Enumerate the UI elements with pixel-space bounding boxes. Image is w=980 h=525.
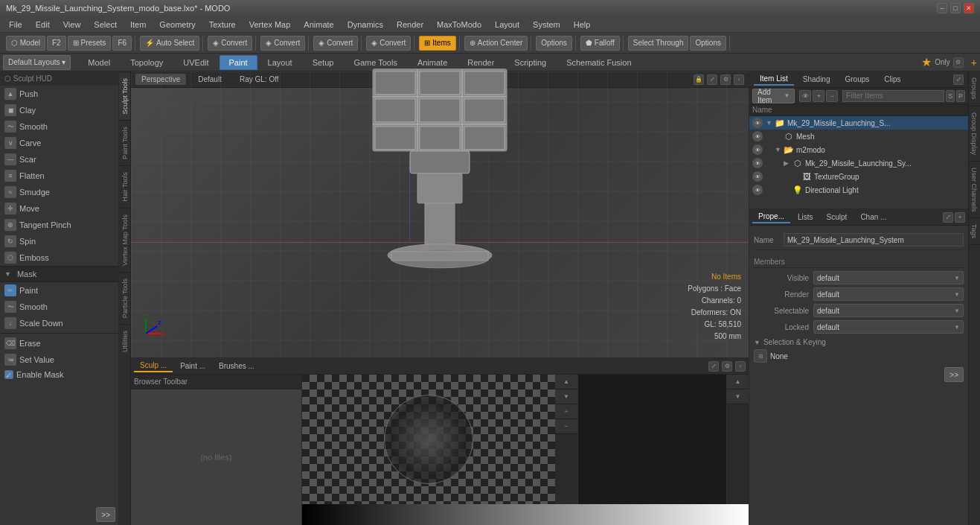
side-tab-vertex-map-tools[interactable]: Vertex Map Tools xyxy=(119,208,130,272)
tool-enable-mask[interactable]: ✓ Enable Mask xyxy=(0,368,118,381)
menu-item-geometry[interactable]: Geometry xyxy=(153,19,201,31)
menu-item-view[interactable]: View xyxy=(57,19,87,31)
menu-item-edit[interactable]: Edit xyxy=(30,19,56,31)
expand-button[interactable]: >> xyxy=(96,507,115,522)
menu-item-system[interactable]: System xyxy=(527,19,566,31)
tab-uvedit[interactable]: UVEdit xyxy=(173,55,218,70)
convert-button-4[interactable]: ◈ Convert xyxy=(366,36,411,51)
item-list-expand-button[interactable]: ⤢ xyxy=(953,74,964,85)
expand-mk29[interactable]: ▶ xyxy=(784,159,792,167)
tab-model[interactable]: Model xyxy=(78,55,120,70)
tool-spin[interactable]: ↻ Spin xyxy=(0,233,118,249)
visibility-icon-4[interactable]: 👁 xyxy=(752,171,763,182)
side-tab-particle-tools[interactable]: Particle Tools xyxy=(119,272,130,324)
menu-item-vertex-map[interactable]: Vertex Map xyxy=(243,19,297,31)
visibility-icon-2[interactable]: 👁 xyxy=(752,144,763,155)
item-list-add-button[interactable]: + xyxy=(813,90,824,102)
layout-settings-button[interactable]: ⚙ xyxy=(953,57,964,68)
tool-flatten[interactable]: ≡ Flatten xyxy=(0,168,118,184)
tool-emboss[interactable]: ⬡ Emboss xyxy=(0,249,118,266)
bottom-more-button[interactable]: › xyxy=(735,361,746,372)
tab-topology[interactable]: Topology xyxy=(121,55,173,70)
panel-tab-item-list[interactable]: Item List xyxy=(754,73,794,86)
tool-move[interactable]: ✛ Move xyxy=(0,200,118,217)
far-tab-user-channels[interactable]: User Channels xyxy=(969,162,980,219)
bottom-tab-sculpt[interactable]: Sculp ... xyxy=(134,360,173,372)
texture-btn-4[interactable]: − xyxy=(555,419,577,434)
tree-row-scene[interactable]: 👁 ▼ 📁 Mk_29_Missile_Launching_S... xyxy=(749,116,968,130)
locked-dropdown[interactable]: default ▼ xyxy=(813,320,964,334)
action-center-button[interactable]: ⊕ Action Center xyxy=(464,36,528,51)
minimize-button[interactable]: – xyxy=(937,3,947,13)
falloff-button[interactable]: ⬟ Falloff xyxy=(580,36,620,51)
far-tab-group-display[interactable]: Group Display xyxy=(969,106,980,162)
f6-btn[interactable]: F6 xyxy=(112,36,132,51)
props-add-button[interactable]: + xyxy=(955,212,965,223)
tool-paint[interactable]: ✏ Paint xyxy=(0,282,118,299)
props-tab-properties[interactable]: Prope... xyxy=(752,211,790,223)
tool-tangent-pinch[interactable]: ⊕ Tangent Pinch xyxy=(0,217,118,233)
bottom-tab-paint[interactable]: Paint ... xyxy=(174,360,211,372)
tool-scale-down[interactable]: ↓ Scale Down xyxy=(0,315,118,331)
tool-erase[interactable]: ⌫ Erase xyxy=(0,335,118,351)
tree-row-m2modo[interactable]: 👁 ▼ 📂 m2modo xyxy=(749,143,968,156)
far-tab-tags[interactable]: Tags xyxy=(969,218,980,245)
side-tab-sculpt-tools[interactable]: Sculpt Tools xyxy=(119,71,130,120)
menu-item-layout[interactable]: Layout xyxy=(489,19,525,31)
props-expand-button[interactable]: ⤢ xyxy=(943,212,953,223)
close-button[interactable]: ✕ xyxy=(964,3,974,13)
side-tab-paint-tools[interactable]: Paint Tools xyxy=(119,120,130,165)
menu-item-select[interactable]: Select xyxy=(88,19,123,31)
panel-tab-shading[interactable]: Shading xyxy=(797,74,836,85)
selectable-dropdown[interactable]: default ▼ xyxy=(813,304,964,317)
auto-select-button[interactable]: ⚡ Auto Select xyxy=(140,36,199,51)
tree-row-light[interactable]: 👁 💡 Directional Light xyxy=(749,183,968,197)
convert-button-1[interactable]: ◈ Convert xyxy=(208,36,252,51)
props-expand-btn[interactable]: >> xyxy=(944,367,964,382)
tool-scar[interactable]: — Scar xyxy=(0,151,118,168)
sort-desc-button[interactable]: P xyxy=(956,90,965,102)
maximize-button[interactable]: □ xyxy=(950,3,961,13)
menu-item-maxtomodo[interactable]: MaxToModo xyxy=(431,19,487,31)
tool-carve[interactable]: ∨ Carve xyxy=(0,135,118,151)
panel-tab-groups[interactable]: Groups xyxy=(839,74,876,85)
menu-item-texture[interactable]: Texture xyxy=(203,19,242,31)
render-dropdown[interactable]: default ▼ xyxy=(813,287,964,301)
props-tab-sculpt[interactable]: Sculpt xyxy=(821,211,854,223)
far-tab-groups[interactable]: Groups xyxy=(969,71,980,106)
visibility-icon-1[interactable]: 👁 xyxy=(752,131,763,141)
tool-clay[interactable]: ◼ Clay xyxy=(0,102,118,118)
tool-set-value[interactable]: ≔ Set Value xyxy=(0,351,118,368)
sort-asc-button[interactable]: S xyxy=(946,90,955,102)
enable-mask-checkbox[interactable]: ✓ xyxy=(4,370,13,379)
props-name-input[interactable] xyxy=(784,233,964,246)
tab-layout[interactable]: Layout xyxy=(258,55,302,70)
brush-btn-2[interactable]: ▼ xyxy=(727,389,749,404)
f2-presets[interactable]: F2 xyxy=(47,36,66,51)
expand-scene[interactable]: ▼ xyxy=(766,119,775,127)
options-button-1[interactable]: Options xyxy=(536,36,571,51)
add-layout-button[interactable]: + xyxy=(971,57,977,69)
star-icon[interactable]: ★ xyxy=(921,55,932,69)
bottom-expand-button[interactable]: ⤢ xyxy=(708,361,719,372)
select-through-button[interactable]: Select Through xyxy=(628,36,689,51)
bottom-tab-brushes[interactable]: Brushes ... xyxy=(213,360,260,372)
filter-items-input[interactable] xyxy=(842,90,944,102)
presets-btn[interactable]: ⊞ Presets xyxy=(68,36,112,51)
tree-row-mk29[interactable]: 👁 ▶ ⬡ Mk_29_Missile_Launching_Sy... xyxy=(749,156,968,170)
tool-smudge[interactable]: ≈ Smudge xyxy=(0,184,118,200)
convert-button-2[interactable]: ◈ Convert xyxy=(260,36,305,51)
bottom-settings-button[interactable]: ⚙ xyxy=(722,361,732,372)
props-tab-channels[interactable]: Chan ... xyxy=(854,211,892,223)
items-button[interactable]: ⊞ Items xyxy=(419,36,455,51)
texture-btn-1[interactable]: ▲ xyxy=(555,375,577,389)
visibility-icon-5[interactable]: 👁 xyxy=(752,185,763,195)
item-list-remove-button[interactable]: − xyxy=(826,90,838,102)
tree-row-texture-group[interactable]: 👁 🖼 TextureGroup xyxy=(749,170,968,183)
menu-item-file[interactable]: File xyxy=(3,19,28,31)
tab-paint[interactable]: Paint xyxy=(220,55,257,70)
menu-item-item[interactable]: Item xyxy=(124,19,152,31)
side-tab-hair-tools[interactable]: Hair Tools xyxy=(119,165,130,208)
menu-item-animate[interactable]: Animate xyxy=(298,19,339,31)
add-item-button[interactable]: Add Item ▼ xyxy=(752,89,795,104)
